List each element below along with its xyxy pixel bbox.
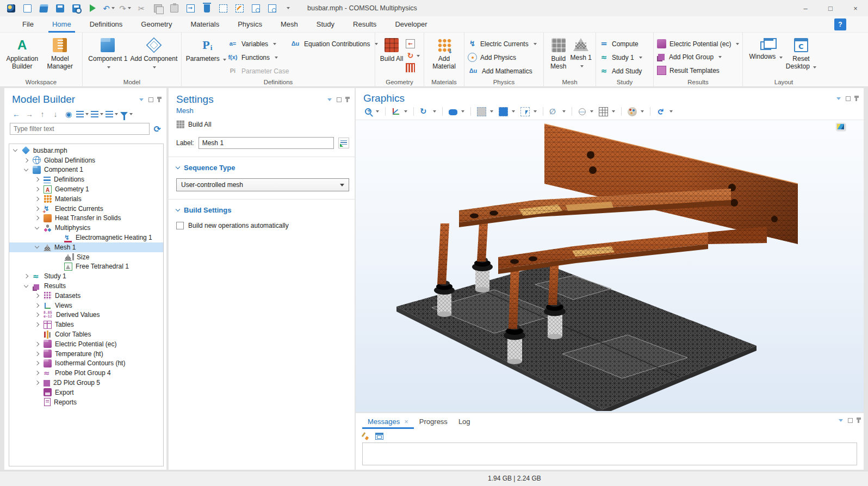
component-1-button[interactable]: Component 1: [86, 36, 130, 70]
tree-item-materials[interactable]: Materials: [9, 194, 163, 204]
panel-float-icon[interactable]: [846, 96, 851, 101]
tree-item-mesh-1[interactable]: Mesh 1: [9, 242, 163, 252]
build-all-button[interactable]: Build All: [169, 115, 355, 128]
insert-sequence-button[interactable]: [406, 39, 420, 48]
study-1-button[interactable]: Study 1: [599, 53, 642, 62]
sequence-type-section[interactable]: Sequence Type: [169, 157, 355, 172]
panel-menu-icon[interactable]: [836, 97, 841, 100]
windows-button[interactable]: Windows: [748, 36, 783, 60]
add-material-button[interactable]: Add Material: [428, 36, 461, 70]
panel-menu-icon[interactable]: [139, 98, 144, 101]
open-in-window-icon[interactable]: [375, 433, 383, 440]
forward-icon[interactable]: →: [24, 109, 35, 120]
expander-icon[interactable]: [35, 225, 39, 229]
tree-item-export[interactable]: Export: [9, 388, 163, 397]
tab-mesh[interactable]: Mesh: [271, 16, 307, 33]
tree-item-2d-plot-group-5[interactable]: 2D Plot Group 5: [9, 378, 163, 388]
show-icon[interactable]: ◉: [63, 109, 74, 120]
add-component-button[interactable]: Add Component: [130, 36, 178, 70]
tree-item-views[interactable]: Views: [9, 301, 163, 310]
select-box-button[interactable]: [518, 105, 539, 117]
add-plot-group-button[interactable]: Add Plot Group: [657, 53, 739, 61]
tree-item-geometry-1[interactable]: Geometry 1: [9, 184, 163, 194]
parameter-case-button[interactable]: Pi Parameter Case: [227, 66, 290, 76]
go-to-view-button[interactable]: [389, 105, 410, 117]
panel-pin-icon[interactable]: [855, 96, 857, 101]
expander-icon[interactable]: [35, 244, 39, 248]
add-physics-button[interactable]: Add Physics: [468, 53, 537, 62]
close-tab-icon[interactable]: ×: [404, 418, 408, 426]
variables-button[interactable]: a= Variables: [227, 39, 290, 48]
close-button[interactable]: ×: [843, 0, 868, 16]
expander-icon[interactable]: [35, 371, 39, 375]
tree-item-tables[interactable]: Tables: [9, 320, 163, 329]
graphics-canvas[interactable]: [356, 120, 864, 412]
build-all-geometry-button[interactable]: Build All: [379, 36, 405, 63]
tree-item-global-definitions[interactable]: Global Definitions: [9, 155, 163, 165]
run-button[interactable]: [86, 2, 99, 14]
tree-item-probe-plot-group-4[interactable]: Probe Plot Group 4: [9, 368, 163, 378]
tree-item-free-tetrahedral[interactable]: Free Tetrahedral 1: [9, 262, 163, 272]
tab-file[interactable]: File: [13, 16, 43, 33]
expander-icon[interactable]: [24, 167, 28, 171]
tab-home[interactable]: Home: [43, 16, 80, 33]
tree-item-electromagnetic-heating[interactable]: Electromagnetic Heating 1: [9, 233, 163, 242]
tree-item-study-1[interactable]: Study 1: [9, 271, 163, 281]
filter-input[interactable]: [10, 123, 150, 135]
build-mesh-button[interactable]: Build Mesh: [547, 36, 570, 70]
panel-pin-icon[interactable]: [858, 418, 859, 423]
expand-tree-icon[interactable]: [76, 109, 89, 120]
hide-button[interactable]: [547, 105, 568, 117]
zoom-button[interactable]: [362, 105, 381, 117]
panel-float-icon[interactable]: [848, 418, 853, 423]
panel-pin-icon[interactable]: [158, 97, 160, 102]
equation-contributions-button[interactable]: Δu Equation Contributions: [290, 39, 371, 48]
select-boundaries-button[interactable]: [497, 105, 517, 117]
tree-item-multiphysics[interactable]: Multiphysics: [9, 223, 163, 233]
tree-item-definitions[interactable]: Definitions: [9, 175, 163, 184]
scene-view-button[interactable]: [447, 105, 467, 117]
clear-window-button[interactable]: [233, 2, 246, 14]
expander-icon[interactable]: [35, 206, 39, 210]
expander-icon[interactable]: [35, 381, 39, 385]
tab-log[interactable]: Log: [453, 418, 476, 429]
expander-icon[interactable]: [35, 322, 39, 327]
compute-button[interactable]: Compute: [599, 39, 642, 48]
expander-icon[interactable]: [24, 274, 28, 278]
delete-button[interactable]: [200, 2, 213, 14]
add-mathematics-button[interactable]: Δu Add Mathematics: [468, 66, 537, 76]
move-down-icon[interactable]: ↓: [50, 109, 61, 120]
application-builder-button[interactable]: Application Builder: [3, 36, 41, 70]
customize-toolbar-button[interactable]: [282, 2, 295, 14]
label-input[interactable]: [199, 137, 334, 149]
node-text-icon[interactable]: [106, 109, 118, 120]
tab-geometry[interactable]: Geometry: [132, 16, 181, 33]
virtual-operations-button[interactable]: [406, 63, 420, 72]
build-settings-section[interactable]: Build Settings: [169, 200, 355, 214]
color-theme-button[interactable]: [625, 105, 646, 117]
update-button[interactable]: [654, 105, 675, 117]
functions-button[interactable]: f(x) Functions: [227, 53, 290, 62]
tab-messages[interactable]: Messages ×: [362, 418, 414, 429]
expander-icon[interactable]: [35, 187, 39, 191]
save-button[interactable]: [53, 2, 66, 14]
tree-item-color-tables[interactable]: Color Tables: [9, 329, 163, 339]
expander-icon[interactable]: [35, 342, 39, 346]
tree-item-results[interactable]: Results: [9, 281, 163, 291]
find-document-button[interactable]: [249, 2, 262, 14]
cut-button[interactable]: ✂: [135, 2, 148, 14]
minimize-button[interactable]: –: [793, 0, 818, 16]
tree-item-datasets[interactable]: Datasets: [9, 291, 163, 301]
messages-output[interactable]: [362, 443, 857, 465]
tree-item-isothermal-contours[interactable]: Isothermal Contours (ht): [9, 359, 163, 369]
tab-materials[interactable]: Materials: [181, 16, 228, 33]
result-templates-button[interactable]: Result Templates: [657, 66, 739, 75]
expander-icon[interactable]: [13, 147, 17, 152]
undo-button[interactable]: ↶: [102, 2, 115, 14]
help-button[interactable]: ?: [834, 18, 846, 30]
electric-potential-button[interactable]: Electric Potential (ec): [657, 39, 739, 48]
expander-icon[interactable]: [35, 351, 39, 356]
sequence-type-select[interactable]: User-controlled mesh: [176, 178, 349, 191]
tree-item-component-1[interactable]: Component 1: [9, 165, 163, 175]
tree-item-reports[interactable]: Reports: [9, 397, 163, 407]
